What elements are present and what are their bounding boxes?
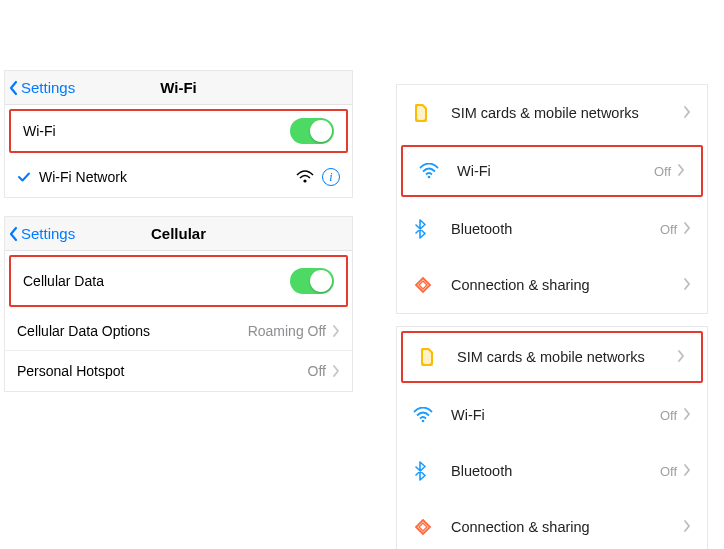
ios-nav-bar: Settings Cellular [5,217,352,251]
wifi-value: Off [660,408,677,423]
sharing-label: Connection & sharing [451,277,683,293]
wifi-signal-icon [296,170,314,184]
svg-point-1 [428,176,431,179]
bluetooth-label: Bluetooth [451,221,660,237]
wifi-label: Wi-Fi [457,163,654,179]
chevron-left-icon [7,225,21,243]
sharing-label: Connection & sharing [451,519,683,535]
checkmark-icon [17,170,31,184]
sim-row[interactable]: SIM cards & mobile networks [397,85,707,141]
bluetooth-label: Bluetooth [451,463,660,479]
cellular-options-value: Roaming Off [248,323,326,339]
chevron-left-icon [7,79,21,97]
chevron-right-icon [677,349,685,366]
ios-wifi-panel: Settings Wi-Fi Wi-Fi Wi-Fi Network i [4,70,353,198]
wifi-icon [413,407,441,423]
ios-nav-bar: Settings Wi-Fi [5,71,352,105]
wifi-network-row[interactable]: Wi-Fi Network i [5,157,352,197]
wifi-label: Wi-Fi [451,407,660,423]
wifi-toggle-highlight: Wi-Fi [9,109,348,153]
sim-row-highlight: SIM cards & mobile networks [401,331,703,383]
sim-row[interactable]: SIM cards & mobile networks [403,333,701,381]
cellular-options-row[interactable]: Cellular Data Options Roaming Off [5,311,352,351]
bluetooth-row[interactable]: Bluetooth Off [397,201,707,257]
bluetooth-value: Off [660,222,677,237]
share-icon [413,517,441,537]
wifi-toggle-row[interactable]: Wi-Fi [11,111,346,151]
back-label: Settings [21,225,75,242]
wifi-row[interactable]: Wi-Fi Off [397,387,707,443]
sim-icon [413,103,441,123]
svg-point-2 [422,420,425,423]
android-panel-a: SIM cards & mobile networks Wi-Fi Off Bl… [396,84,708,314]
sharing-row[interactable]: Connection & sharing [397,257,707,313]
chevron-right-icon [683,277,691,294]
chevron-right-icon [683,407,691,424]
chevron-right-icon [677,163,685,180]
personal-hotspot-value: Off [308,363,326,379]
cellular-data-switch[interactable] [290,268,334,294]
cellular-data-label: Cellular Data [23,273,290,289]
info-icon[interactable]: i [322,168,340,186]
chevron-right-icon [683,221,691,238]
personal-hotspot-row[interactable]: Personal Hotspot Off [5,351,352,391]
sim-label: SIM cards & mobile networks [457,349,677,365]
sim-icon [419,347,447,367]
android-panel-b: SIM cards & mobile networks Wi-Fi Off Bl… [396,326,708,549]
wifi-value: Off [654,164,671,179]
chevron-right-icon [683,463,691,480]
personal-hotspot-label: Personal Hotspot [17,363,308,379]
chevron-right-icon [683,519,691,536]
wifi-toggle-label: Wi-Fi [23,123,290,139]
bluetooth-row[interactable]: Bluetooth Off [397,443,707,499]
back-button[interactable]: Settings [5,79,75,97]
wifi-network-label: Wi-Fi Network [39,169,296,185]
svg-point-0 [303,179,306,182]
cellular-options-label: Cellular Data Options [17,323,248,339]
wifi-row[interactable]: Wi-Fi Off [403,147,701,195]
sharing-row[interactable]: Connection & sharing [397,499,707,549]
bluetooth-value: Off [660,464,677,479]
chevron-right-icon [332,364,340,378]
back-button[interactable]: Settings [5,225,75,243]
back-label: Settings [21,79,75,96]
wifi-icon [419,163,447,179]
chevron-right-icon [332,324,340,338]
wifi-switch[interactable] [290,118,334,144]
bluetooth-icon [413,219,441,239]
cellular-data-highlight: Cellular Data [9,255,348,307]
cellular-data-row[interactable]: Cellular Data [11,257,346,305]
chevron-right-icon [683,105,691,122]
sim-label: SIM cards & mobile networks [451,105,683,121]
wifi-row-highlight: Wi-Fi Off [401,145,703,197]
ios-cellular-panel: Settings Cellular Cellular Data Cellular… [4,216,353,392]
share-icon [413,275,441,295]
bluetooth-icon [413,461,441,481]
